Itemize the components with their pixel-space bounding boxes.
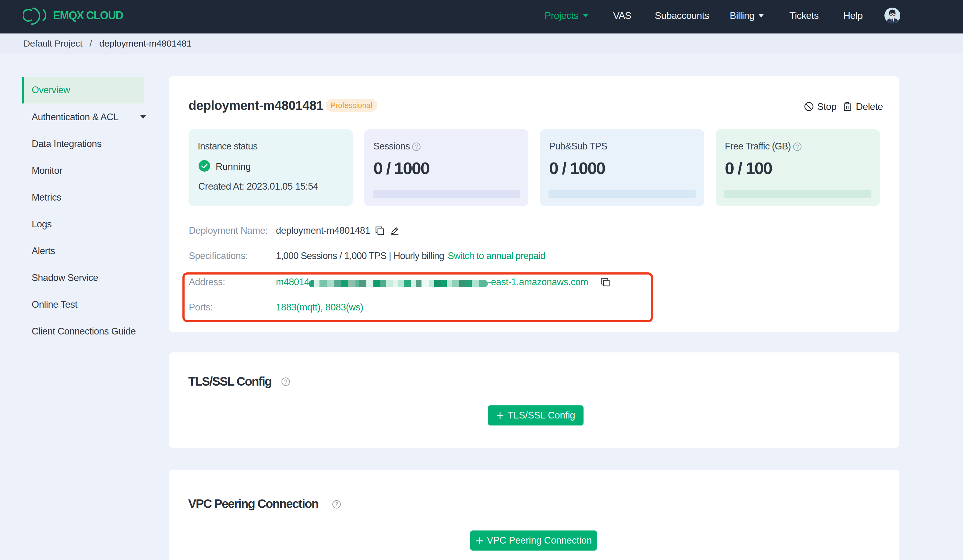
svg-text:?: ?: [335, 501, 338, 507]
svg-text:?: ?: [796, 144, 799, 150]
svg-text:?: ?: [415, 144, 418, 150]
svg-text:?: ?: [284, 379, 287, 385]
